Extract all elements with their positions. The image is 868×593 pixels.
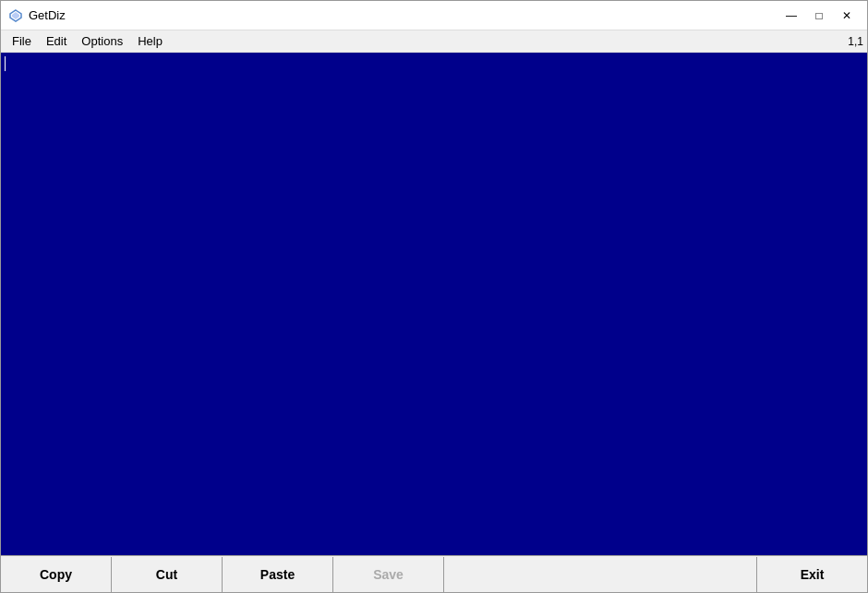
title-bar-left: GetDiz [8,8,66,23]
copy-button[interactable]: Copy [1,557,112,592]
svg-marker-1 [12,12,19,19]
main-window: GetDiz — □ ✕ File Edit Options Help 1,1 … [0,0,868,593]
paste-button[interactable]: Paste [223,557,333,592]
menu-bar: File Edit Options Help 1,1 [1,30,867,53]
text-cursor [5,56,6,71]
cut-button[interactable]: Cut [112,557,223,592]
menu-file[interactable]: File [5,32,39,50]
save-button: Save [333,557,444,592]
menu-help[interactable]: Help [130,32,170,50]
menu-edit[interactable]: Edit [39,32,74,50]
title-bar: GetDiz — □ ✕ [1,1,867,30]
app-icon [8,8,23,23]
exit-button[interactable]: Exit [756,557,867,592]
bottom-bar: Copy Cut Paste Save Exit [1,555,867,592]
close-button[interactable]: ✕ [834,6,860,25]
editor-area[interactable] [1,53,867,555]
app-title: GetDiz [29,8,66,22]
title-bar-controls: — □ ✕ [778,6,860,25]
position-indicator: 1,1 [848,35,863,48]
menu-options[interactable]: Options [74,32,130,50]
minimize-button[interactable]: — [778,6,804,25]
maximize-button[interactable]: □ [806,6,832,25]
